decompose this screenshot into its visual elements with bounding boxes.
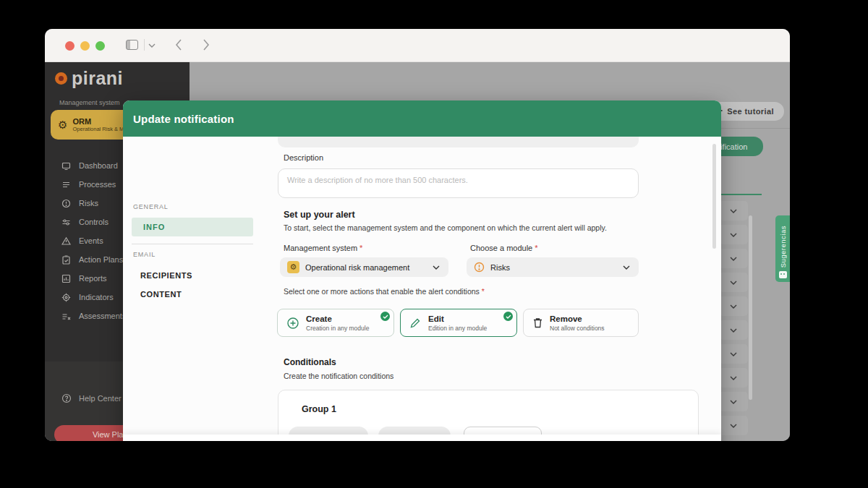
app-area: pirani Management system ⚙ ORM Operation… bbox=[45, 62, 790, 441]
assessment-list-icon bbox=[61, 312, 71, 321]
management-system-label: Management system bbox=[59, 99, 120, 106]
table-row[interactable] bbox=[719, 201, 748, 221]
pirani-logo-text: pirani bbox=[72, 68, 123, 89]
forward-icon[interactable] bbox=[203, 39, 210, 51]
row-expand-chevron-icon[interactable] bbox=[730, 257, 737, 261]
modal-content: Description Set up your alert To start, … bbox=[264, 137, 721, 441]
toolbar-divider bbox=[144, 39, 145, 51]
row-expand-chevron-icon[interactable] bbox=[730, 400, 737, 404]
row-expand-chevron-icon[interactable] bbox=[730, 281, 737, 285]
row-expand-chevron-icon[interactable] bbox=[730, 424, 737, 428]
browser-toolbar bbox=[45, 29, 790, 62]
setup-title: Set up your alert bbox=[284, 210, 355, 220]
table-active-column-underline bbox=[721, 194, 762, 195]
selected-check-icon bbox=[380, 312, 390, 321]
name-input-partial[interactable] bbox=[278, 137, 639, 147]
row-expand-chevron-icon[interactable] bbox=[730, 233, 737, 237]
modal-footer: Cancel Save changes bbox=[123, 435, 721, 441]
nav-tab-recipients[interactable]: RECIPIENTS bbox=[140, 271, 192, 280]
modal-nav: GENERAL INFO EMAIL RECIPIENTS CONTENT NO… bbox=[123, 137, 264, 441]
help-icon bbox=[61, 393, 72, 403]
modal-scrollbar[interactable] bbox=[712, 144, 716, 249]
gear-icon: ⚙ bbox=[287, 261, 299, 273]
description-textarea[interactable] bbox=[278, 168, 639, 198]
table-row[interactable] bbox=[719, 392, 748, 411]
zoom-window-button[interactable] bbox=[95, 41, 105, 51]
row-expand-chevron-icon[interactable] bbox=[730, 209, 737, 213]
table-row[interactable] bbox=[719, 225, 748, 244]
action-card-edit[interactable]: EditEdition in any module bbox=[400, 309, 517, 337]
table-row[interactable] bbox=[719, 273, 748, 292]
row-expand-chevron-icon[interactable] bbox=[730, 352, 737, 356]
create-plus-icon bbox=[286, 317, 299, 330]
conditionals-subtitle: Create the notification conditions bbox=[284, 372, 393, 380]
management-system-select[interactable]: ⚙ Operational risk management bbox=[280, 257, 448, 277]
risk-alert-icon bbox=[474, 262, 485, 273]
action-card-remove[interactable]: RemoveNot allow conditions bbox=[523, 309, 639, 337]
description-label: Description bbox=[284, 153, 323, 162]
table-row[interactable] bbox=[719, 368, 748, 388]
nav-section-email: EMAIL bbox=[133, 251, 156, 258]
browser-window: pirani Management system ⚙ ORM Operation… bbox=[45, 29, 790, 441]
setup-subtitle: To start, select the management system a… bbox=[284, 223, 607, 232]
conditionals-title: Conditionals bbox=[284, 357, 336, 367]
gear-icon: ⚙ bbox=[58, 119, 67, 130]
row-expand-chevron-icon[interactable] bbox=[730, 376, 737, 380]
selected-check-icon bbox=[503, 312, 513, 321]
module-select[interactable]: Risks bbox=[467, 257, 639, 277]
table-scrollbar[interactable] bbox=[749, 215, 752, 400]
warning-triangle-icon bbox=[61, 236, 71, 246]
close-window-button[interactable] bbox=[65, 41, 75, 51]
row-expand-chevron-icon[interactable] bbox=[730, 328, 737, 333]
nav-section-general: GENERAL bbox=[133, 203, 169, 210]
dashboard-icon bbox=[61, 161, 71, 171]
table-row[interactable] bbox=[719, 320, 748, 340]
row-expand-chevron-icon[interactable] bbox=[730, 304, 737, 309]
actions-label: Select one or more actions that enable t… bbox=[284, 287, 485, 296]
management-system-label: Management system* bbox=[284, 244, 362, 252]
edit-pencil-icon bbox=[409, 317, 422, 329]
nav-tab-info[interactable]: INFO bbox=[132, 218, 253, 236]
risk-icon bbox=[61, 199, 71, 208]
table-row[interactable] bbox=[719, 249, 748, 268]
bar-chart-icon bbox=[61, 274, 71, 283]
sliders-icon bbox=[61, 218, 71, 227]
back-icon[interactable] bbox=[175, 39, 182, 51]
table-row[interactable] bbox=[719, 296, 748, 316]
suggestions-tab[interactable]: Sugerencias bbox=[775, 215, 790, 282]
target-icon bbox=[61, 293, 71, 302]
sidebar-toggle-icon[interactable] bbox=[126, 40, 138, 50]
modal-header: Update notification bbox=[123, 100, 721, 137]
processes-icon bbox=[61, 180, 71, 189]
group-title: Group 1 bbox=[302, 404, 336, 414]
table-row[interactable] bbox=[719, 416, 748, 435]
minimize-window-button[interactable] bbox=[80, 41, 90, 51]
chevron-down-icon[interactable] bbox=[148, 43, 156, 48]
background-table-rows bbox=[719, 201, 770, 441]
pirani-logo: pirani bbox=[55, 68, 123, 89]
update-notification-modal: Update notification GENERAL INFO EMAIL R… bbox=[123, 100, 721, 441]
trash-icon bbox=[532, 317, 543, 329]
conditions-group-card: Group 1 bbox=[278, 390, 699, 441]
nav-divider bbox=[132, 244, 253, 244]
nav-tab-content[interactable]: CONTENT bbox=[140, 290, 182, 299]
chevron-down-icon bbox=[433, 265, 440, 270]
modal-title: Update notification bbox=[133, 113, 234, 125]
chevron-down-icon bbox=[623, 265, 630, 270]
pirani-logo-icon bbox=[55, 72, 67, 85]
action-card-create[interactable]: CreateCreation in any module bbox=[277, 309, 394, 337]
table-row[interactable] bbox=[719, 344, 748, 364]
module-label: Choose a module* bbox=[470, 244, 538, 252]
clipboard-check-icon bbox=[61, 255, 71, 265]
help-center-button[interactable]: Help Center bbox=[61, 393, 122, 403]
page-header-divider bbox=[718, 128, 790, 129]
chat-bot-icon bbox=[779, 271, 787, 278]
